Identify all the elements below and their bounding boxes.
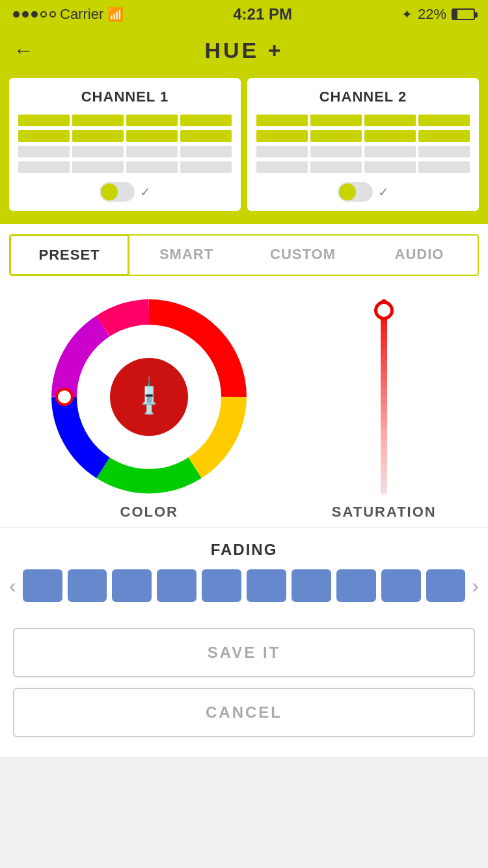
bar-seg [72,161,124,173]
dot4 [40,11,47,18]
color-center-button[interactable]: 💉 [110,358,188,436]
bar-seg [364,161,416,173]
tab-preset[interactable]: PRESET [9,234,129,276]
bar-seg [18,146,70,157]
tab-smart[interactable]: SMART [128,236,245,275]
dot2 [22,11,29,18]
fading-swatch[interactable] [68,569,107,602]
fading-next-button[interactable]: › [472,574,479,598]
tab-custom[interactable]: CUSTOM [245,236,361,275]
color-section: 💉 COLOR SATURATION [0,286,488,527]
fading-swatch[interactable] [381,569,421,602]
status-bar: Carrier 📶 4:21 PM ✦ 22% [0,0,488,29]
channels-section: CHANNEL 1 [0,72,488,224]
dot5 [49,11,56,18]
toggle-switch-1[interactable] [100,182,135,202]
color-wheel-container: 💉 COLOR [51,299,247,521]
color-wheel-handle[interactable] [55,388,74,406]
bar-row [256,130,470,142]
channel-2-card: CHANNEL 2 [247,78,479,211]
channel-1-card: CHANNEL 1 [9,78,241,211]
tabs-section: PRESET SMART CUSTOM AUDIO [0,224,488,286]
bar-seg [72,115,124,126]
status-time: 4:21 PM [233,5,292,23]
fading-swatch[interactable] [157,569,197,602]
bar-seg [180,146,232,157]
bar-row [256,161,470,173]
fading-row: ‹ › [9,569,479,602]
saturation-handle[interactable] [374,301,394,320]
bar-row [256,115,470,126]
bar-seg [310,130,362,142]
cancel-button[interactable]: CANCEL [13,688,475,737]
fading-swatch[interactable] [202,569,241,602]
bar-seg [126,146,178,157]
tabs-row: PRESET SMART CUSTOM AUDIO [9,234,479,276]
saturation-container: SATURATION [332,299,437,521]
tab-audio[interactable]: AUDIO [361,236,478,275]
bar-row [256,146,470,157]
save-button[interactable]: SAVE IT [13,628,475,677]
bar-seg [126,130,178,142]
bar-seg [364,115,416,126]
page-title: HUE + [204,38,283,63]
channel-1-bars [18,115,232,173]
battery-percent: 22% [418,6,446,23]
channel-1-toggle[interactable]: ✓ [18,182,232,202]
saturation-wrap[interactable] [373,299,395,495]
toggle-knob-2 [339,183,356,200]
fading-swatches [23,569,466,602]
bluetooth-icon: ✦ [401,7,413,22]
fading-swatch[interactable] [336,569,376,602]
fading-title: FADING [9,541,479,559]
fading-swatch[interactable] [247,569,286,602]
bar-seg [310,115,362,126]
bar-seg [180,161,232,173]
bar-row [18,161,232,173]
battery-fill [453,10,457,19]
bar-seg [418,130,470,142]
app-header: ← HUE + [0,29,488,72]
bar-seg [256,146,308,157]
fading-swatch[interactable] [291,569,331,602]
actions-section: SAVE IT CANCEL [0,615,488,757]
signal-dots [13,11,56,18]
wifi-icon: 📶 [107,7,124,22]
channel-2-title: CHANNEL 2 [256,88,470,105]
bar-seg [126,115,178,126]
dot3 [31,11,38,18]
channel-2-toggle[interactable]: ✓ [256,182,470,202]
bar-row [18,146,232,157]
bar-seg [18,115,70,126]
color-wheel-wrap[interactable]: 💉 [51,299,247,495]
bar-seg [364,130,416,142]
fading-swatch[interactable] [112,569,152,602]
bar-seg [364,146,416,157]
saturation-label: SATURATION [332,504,437,521]
fading-prev-button[interactable]: ‹ [9,574,16,598]
bar-seg [180,130,232,142]
channel-2-bars [256,115,470,173]
fading-swatch[interactable] [426,569,466,602]
status-right: ✦ 22% [401,6,475,23]
bar-seg [126,161,178,173]
bar-row [18,130,232,142]
battery-icon [452,8,475,20]
fading-swatch[interactable] [23,569,62,602]
toggle-switch-2[interactable] [338,182,373,202]
bar-seg [418,161,470,173]
bar-seg [256,115,308,126]
bar-seg [418,146,470,157]
eyedropper-icon: 💉 [126,373,172,420]
saturation-track [381,299,387,495]
bar-seg [310,146,362,157]
bar-seg [72,130,124,142]
carrier-label: Carrier [60,6,103,23]
toggle-check-2: ✓ [378,184,389,200]
bar-seg [418,115,470,126]
back-button[interactable]: ← [13,38,34,62]
bar-seg [18,130,70,142]
bar-row [18,115,232,126]
channel-1-title: CHANNEL 1 [18,88,232,105]
toggle-check-1: ✓ [140,184,151,200]
